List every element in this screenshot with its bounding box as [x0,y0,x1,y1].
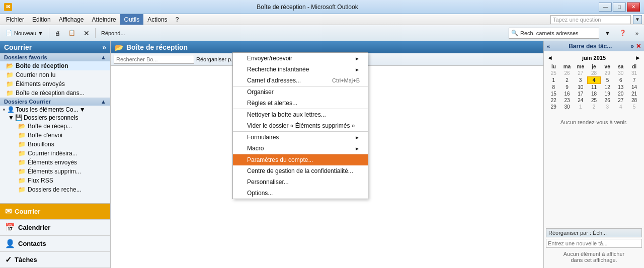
menu-item-carnet-adresses[interactable]: Carnet d'adresses...Ctrl+Maj+B [233,75,368,86]
menu-item-recherche-instantanee[interactable]: Recherche instantanée► [233,64,368,75]
task-panel-expand-btn[interactable]: » [630,43,634,50]
search-dropdown-btn[interactable]: ▼ [633,15,642,24]
search-question-box[interactable]: Tapez une question [550,15,631,24]
calendar-day-cell[interactable]: 25 [587,97,601,104]
calendar-day-cell[interactable]: 14 [627,84,641,91]
calendar-day-cell[interactable]: 12 [601,84,614,91]
calendar-day-cell[interactable]: 5 [627,104,641,110]
repondre-button[interactable]: Répond... [98,27,129,39]
calendar-day-cell[interactable]: 8 [547,84,560,91]
nav-taches[interactable]: ✓ Tâches [0,252,110,268]
folder-courrier-indesirable[interactable]: 📁 Courrier indésira... [12,149,110,158]
calendar-day-cell[interactable]: 7 [627,77,641,84]
menu-item-vider-dossier[interactable]: Vider le dossier « Éléments supprimés » [233,120,368,132]
content-search-input[interactable] [114,55,194,64]
folder-boite-envoi[interactable]: 📁 Boîte d'envoi [12,131,110,140]
task-panel-close-btn[interactable]: ✕ [636,43,641,50]
calendar-day-cell[interactable]: 26 [560,70,574,77]
menu-actions[interactable]: Actions [143,14,171,25]
calendar-day-cell[interactable]: 28 [587,70,601,77]
tree-root-personal[interactable]: ▼ 💾 Dossiers personnels [6,114,110,122]
calendar-day-cell[interactable]: 26 [601,97,614,104]
calendar-day-cell[interactable]: 25 [547,70,560,77]
calendar-day-cell[interactable]: 31 [627,70,641,77]
sidebar-item-boite-dans[interactable]: 📁 Boîte de réception dans... [0,88,110,98]
menu-affichage[interactable]: Affichage [55,14,88,25]
calendar-day-cell[interactable]: 10 [574,84,587,91]
print-button[interactable]: 🖨 [51,27,64,39]
calendar-day-cell[interactable]: 13 [614,84,628,91]
calendar-day-cell[interactable]: 5 [601,77,614,84]
nav-calendrier[interactable]: 📅 Calendrier [0,220,110,236]
calendar-day-cell[interactable]: 6 [614,77,628,84]
all-items-row[interactable]: ▼ 👤 Tous les éléments Co... ▼ [0,106,110,114]
calendar-day-cell[interactable]: 1 [547,77,560,84]
menu-fichier[interactable]: Fichier [2,14,28,25]
sidebar-item-courrier-non-lu[interactable]: 📁 Courrier non lu [0,70,110,79]
calendar-day-cell[interactable]: 2 [587,104,601,110]
calendar-day-cell[interactable]: 29 [547,104,560,110]
folder-elements-envoyes2[interactable]: 📁 Éléments envoyés [12,158,110,167]
calendar-prev-btn[interactable]: ◄ [547,54,553,61]
folder-boite-recep2[interactable]: 📂 Boîte de récep... [12,122,110,131]
courrier-collapse-btn[interactable]: ▲ [101,99,106,105]
menu-aide[interactable]: ? [172,14,183,25]
calendar-day-cell[interactable]: 3 [601,104,614,110]
calendar-day-cell[interactable]: 4 [614,104,628,110]
calendar-day-cell[interactable]: 27 [574,70,587,77]
folder-elements-supprimes[interactable]: 📁 Éléments supprim... [12,167,110,176]
address-search-box[interactable]: 🔍 Rech. carnets adresses [509,28,599,39]
calendar-day-cell[interactable]: 15 [547,91,560,97]
menu-item-parametres-compte[interactable]: Paramètres du compte... [233,154,368,165]
calendar-day-cell[interactable]: 9 [560,84,574,91]
calendar-day-cell[interactable]: 11 [587,84,601,91]
menu-item-centre-gestion[interactable]: Centre de gestion de la confidentialité.… [233,165,368,176]
rearrange-button[interactable]: Réorganiser p... [196,56,235,62]
menu-edition[interactable]: Edition [28,14,55,25]
folder-dossiers-rech[interactable]: 📁 Dossiers de reche... [12,185,110,194]
calendar-next-btn[interactable]: ► [635,54,641,61]
calendar-day-cell[interactable]: 29 [601,70,614,77]
sidebar-item-boite-reception[interactable]: 📂 Boîte de réception [0,61,110,70]
calendar-day-cell[interactable]: 16 [560,91,574,97]
tools-dropdown-menu[interactable]: Envoyer/recevoir►Recherche instantanée►C… [232,52,368,199]
calendar-day-cell[interactable]: 28 [627,97,641,104]
calendar-day-cell[interactable]: 21 [627,91,641,97]
copy-button[interactable]: 📋 [65,27,79,39]
nouveau-button[interactable]: 📄 Nouveau ▼ [2,27,47,39]
menu-atteindre[interactable]: Atteindre [88,14,120,25]
calendar-day-cell[interactable]: 20 [614,91,628,97]
calendar-day-cell[interactable]: 24 [574,97,587,104]
calendar-day-cell[interactable]: 22 [547,97,560,104]
folder-flux-rss[interactable]: 📁 Flux RSS [12,176,110,185]
sidebar-item-elements-envoyes[interactable]: 📁 Éléments envoyés [0,79,110,88]
sidebar-expand-btn[interactable]: » [102,43,106,51]
menu-outils[interactable]: Outils [120,14,144,25]
nav-courrier[interactable]: ✉ Courrier [0,204,110,220]
task-panel-prev[interactable]: « [547,43,550,49]
minimize-button[interactable]: — [599,3,612,12]
menu-item-formulaires[interactable]: Formulaires► [233,132,368,143]
calendar-day-cell[interactable]: 4 [587,77,601,84]
help-button[interactable]: ❓ [616,27,630,39]
calendar-day-cell[interactable]: 30 [560,104,574,110]
toolbar-overflow-btn[interactable]: » [632,27,642,39]
calendar-day-cell[interactable]: 23 [560,97,574,104]
menu-item-nettoyer-boite[interactable]: Nettoyer la boîte aux lettres... [233,109,368,120]
nav-contacts[interactable]: 👤 Contacts [0,236,110,252]
folder-brouillons[interactable]: 📁 Brouillons [12,140,110,149]
menu-item-regles-alertes[interactable]: Règles et alertes... [233,98,368,109]
address-dropdown-btn[interactable]: ▼ [601,27,614,39]
menu-item-macro[interactable]: Macro► [233,143,368,154]
calendar-day-cell[interactable]: 17 [574,91,587,97]
calendar-day-cell[interactable]: 30 [614,70,628,77]
calendar-day-cell[interactable]: 2 [560,77,574,84]
calendar-day-cell[interactable]: 19 [601,91,614,97]
calendar-day-cell[interactable]: 27 [614,97,628,104]
task-filter-bar[interactable]: Réorganiser par : Éch... [546,228,642,237]
favorites-collapse-btn[interactable]: ▲ [101,54,106,60]
calendar-day-cell[interactable]: 3 [574,77,587,84]
menu-item-personnaliser[interactable]: Personnaliser... [233,176,368,188]
close-button[interactable]: ✕ [627,3,640,12]
maximize-button[interactable]: □ [613,3,626,12]
